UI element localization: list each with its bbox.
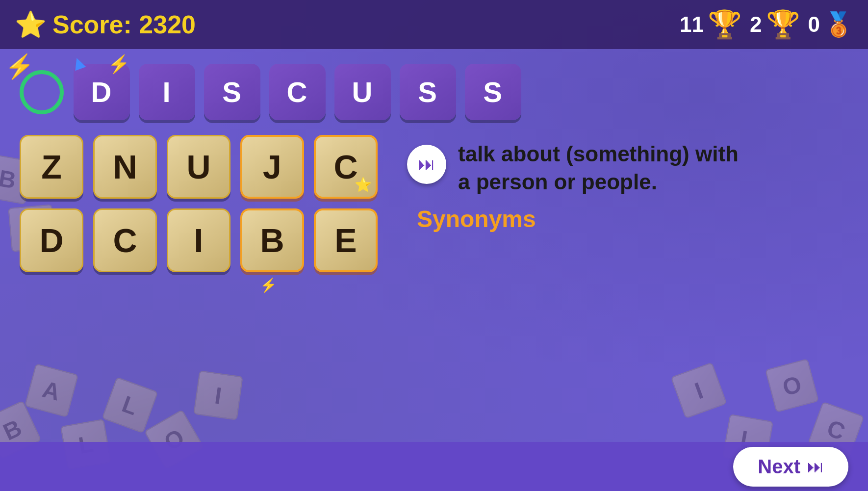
letter-tile-u[interactable]: U bbox=[167, 135, 230, 199]
play-skip-icon: ⏭ bbox=[418, 154, 435, 175]
letter-tile-j[interactable]: J bbox=[240, 135, 304, 199]
letter-tile-z[interactable]: Z bbox=[20, 135, 83, 199]
play-pronunciation-button[interactable]: ⏭ bbox=[407, 145, 446, 184]
letter-tile-i[interactable]: I bbox=[167, 208, 230, 272]
definition-row: ⏭ talk about (something) with a person o… bbox=[407, 140, 750, 196]
score-section: ⭐ Score: 2320 bbox=[15, 10, 196, 40]
deco-bolt-red: ⚡ bbox=[5, 53, 34, 80]
synonyms-label: Synonyms bbox=[407, 206, 750, 233]
letter-tile-c2[interactable]: C bbox=[93, 208, 157, 272]
deco-bolt-pink: ⚡ bbox=[108, 54, 130, 75]
letter-tile-n[interactable]: N bbox=[93, 135, 157, 199]
score-display: Score: 2320 bbox=[52, 10, 196, 39]
trophy-silver-icon: 🏆 bbox=[766, 8, 800, 41]
definition-text: talk about (something) with a person or … bbox=[458, 140, 750, 196]
word-tile-c[interactable]: C bbox=[269, 64, 326, 120]
trophy-gold-count: 11 bbox=[680, 12, 704, 37]
trophy-gold-icon: 🏆 bbox=[708, 8, 742, 41]
game-area: D I S C U S S Z N U J C ⭐ D C I B E bbox=[0, 49, 868, 442]
trophy-silver-item: 2 🏆 bbox=[750, 8, 800, 41]
star-badge: ⭐ bbox=[355, 177, 372, 193]
word-display-row: D I S C U S S bbox=[0, 49, 868, 125]
deco-bolt-green: ⚡ bbox=[260, 277, 277, 293]
trophy-gold-item: 11 🏆 bbox=[680, 8, 742, 41]
letter-tile-e[interactable]: E bbox=[314, 208, 378, 272]
word-tile-u[interactable]: U bbox=[334, 64, 391, 120]
word-tile-i[interactable]: I bbox=[139, 64, 195, 120]
letter-tile-d[interactable]: D bbox=[20, 208, 83, 272]
word-tile-s2[interactable]: S bbox=[400, 64, 456, 120]
word-tile-s1[interactable]: S bbox=[204, 64, 260, 120]
trophy-bronze-icon: 🥉 bbox=[824, 11, 853, 38]
trophy-bronze-item: 0 🥉 bbox=[808, 11, 853, 38]
letter-grid: Z N U J C ⭐ D C I B E bbox=[20, 135, 378, 272]
star-icon: ⭐ bbox=[15, 10, 47, 40]
next-button-label: Next bbox=[758, 456, 800, 478]
header: ⭐ Score: 2320 11 🏆 2 🏆 0 🥉 bbox=[0, 0, 868, 49]
trophy-silver-count: 2 bbox=[750, 12, 762, 37]
word-tiles-row: D I S C U S S bbox=[74, 64, 521, 120]
next-button[interactable]: Next ⏭ bbox=[733, 447, 848, 487]
letter-tile-b[interactable]: B bbox=[240, 208, 304, 272]
definition-area: ⏭ talk about (something) with a person o… bbox=[407, 135, 750, 233]
bottom-bar: Next ⏭ bbox=[0, 442, 868, 491]
word-tile-s3[interactable]: S bbox=[465, 64, 521, 120]
letter-tile-c[interactable]: C ⭐ bbox=[314, 135, 378, 199]
trophy-section: 11 🏆 2 🏆 0 🥉 bbox=[680, 8, 853, 41]
trophy-bronze-count: 0 bbox=[808, 12, 820, 37]
next-button-icon: ⏭ bbox=[807, 457, 824, 476]
letter-grid-and-definition: Z N U J C ⭐ D C I B E ⏭ talk about (some… bbox=[0, 125, 868, 282]
